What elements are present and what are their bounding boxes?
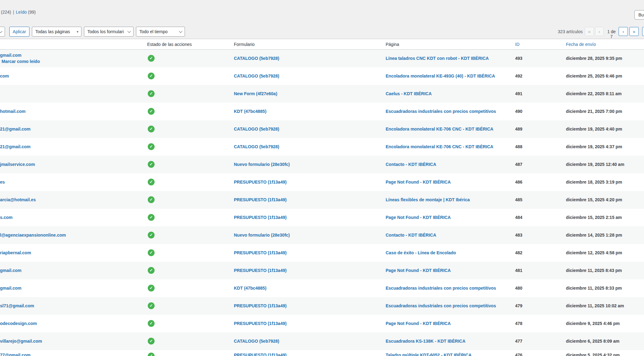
entry-id: 486 bbox=[515, 180, 522, 185]
entry-date: diciembre 28, 2025 9:35 pm bbox=[566, 56, 622, 61]
entry-id: 478 bbox=[515, 321, 522, 326]
entry-form-link[interactable]: Nuevo formulario (28e30fc) bbox=[234, 233, 290, 238]
all-count: (224) bbox=[1, 10, 11, 15]
form-filter-select[interactable]: Todos los formulari bbox=[84, 27, 134, 37]
last-page-button[interactable]: » bbox=[629, 27, 639, 36]
entry-email-link[interactable]: arcia@hotmail.es bbox=[0, 197, 36, 202]
entry-form-link[interactable]: PRESUPUESTO (1f13a49) bbox=[234, 268, 287, 273]
entry-email-link[interactable]: gmail.com bbox=[0, 286, 21, 291]
items-total: 323 artículos bbox=[558, 29, 583, 34]
entry-id: 483 bbox=[515, 233, 522, 238]
entry-email-link[interactable]: es bbox=[0, 180, 5, 185]
entry-email-link[interactable]: odecodesign.com bbox=[0, 321, 37, 326]
entry-email-link[interactable]: jmailservice.com bbox=[0, 162, 35, 167]
entry-form-link[interactable]: KDT (47bc4885) bbox=[234, 109, 266, 114]
page-filter-value: Todas las páginas bbox=[35, 29, 70, 34]
entry-form-link[interactable]: PRESUPUESTO (1f13a49) bbox=[234, 197, 287, 202]
entry-date: diciembre 14, 2025 1:28 pm bbox=[566, 233, 622, 238]
entry-page-link[interactable]: Escuadradoras industriales con precios c… bbox=[386, 286, 496, 291]
entry-email-link[interactable]: com bbox=[0, 73, 9, 78]
entry-email-link[interactable]: gmail.com bbox=[0, 268, 21, 273]
table-row: jmailservice.com✓Nuevo formulario (28e30… bbox=[0, 156, 644, 173]
column-header-status: Estado de las acciones bbox=[147, 39, 234, 50]
entry-page-link[interactable]: Escuadradoras industriales con precios c… bbox=[386, 303, 496, 308]
apply-button[interactable]: Aplicar bbox=[9, 27, 29, 37]
entry-form-link[interactable]: PRESUPUESTO (1f13a49) bbox=[234, 250, 287, 255]
entry-form-link[interactable]: PRESUPUESTO (1f13a49) bbox=[234, 321, 287, 326]
page-filter-select[interactable]: Todas las páginas ▾ bbox=[32, 27, 81, 37]
entry-page-link[interactable]: Page Not Found - KDT IBÉRICA bbox=[386, 321, 451, 326]
entry-form-link[interactable]: CATALOGO (5eb7928) bbox=[234, 339, 279, 344]
entry-page-link[interactable]: Page Not Found - KDT IBÉRICA bbox=[386, 180, 451, 185]
pagination-partial-button[interactable] bbox=[642, 27, 644, 36]
entry-email-link[interactable]: 77@gmail.com bbox=[0, 353, 30, 356]
bulk-actions-select[interactable] bbox=[0, 27, 5, 37]
entry-form-link[interactable]: CATALOGO (5eb7928) bbox=[234, 56, 279, 61]
date-filter-select[interactable]: Todo el tiempo bbox=[136, 27, 185, 37]
column-header-email bbox=[0, 39, 147, 50]
entry-id: 476 bbox=[515, 353, 522, 356]
entry-form-link[interactable]: PRESUPUESTO (1f13a49) bbox=[234, 215, 287, 220]
entry-page-link[interactable]: Encoladora monolateral KE-706 CNC - KDT … bbox=[386, 144, 493, 149]
action-complete-check-icon: ✓ bbox=[148, 143, 155, 150]
mark-as-read-link[interactable]: Marcar como leído bbox=[2, 59, 40, 64]
entry-page-link[interactable]: Línea taladros CNC KDT con robot - KDT I… bbox=[386, 56, 489, 61]
chevron-down-icon bbox=[127, 29, 131, 33]
read-filter-link[interactable]: Leído bbox=[16, 10, 27, 15]
entry-id: 490 bbox=[515, 109, 522, 114]
entry-date: diciembre 11, 2025 8:33 pm bbox=[566, 286, 622, 291]
entry-page-link[interactable]: Escuadradoras industriales con precios c… bbox=[386, 109, 496, 114]
entry-email-link[interactable]: villarejo@gmail.com bbox=[0, 339, 42, 344]
entry-page-link[interactable]: Líneas flexibles de montaje | KDT Ibéric… bbox=[386, 197, 470, 202]
entry-email-link[interactable]: l@agenciaexpansiononline.com bbox=[0, 233, 66, 238]
entry-id: 481 bbox=[515, 268, 522, 273]
entry-email-link[interactable]: sl71@gmail.com bbox=[0, 303, 34, 308]
entry-form-link[interactable]: PRESUPUESTO (1f13a49) bbox=[234, 353, 287, 356]
table-header-row: Estado de las acciones Formulario Página… bbox=[0, 39, 644, 50]
action-complete-check-icon: ✓ bbox=[148, 232, 155, 238]
entry-page-link[interactable]: Page Not Found - KDT IBÉRICA bbox=[386, 268, 451, 273]
previous-page-button: ‹ bbox=[595, 27, 604, 36]
action-complete-check-icon: ✓ bbox=[148, 108, 155, 115]
entry-form-link[interactable]: PRESUPUESTO (1f13a49) bbox=[234, 303, 287, 308]
action-complete-check-icon: ✓ bbox=[148, 73, 155, 79]
entry-form-link[interactable]: PRESUPUESTO (1f13a49) bbox=[234, 180, 287, 185]
entry-id: 493 bbox=[515, 56, 522, 61]
entry-form-link[interactable]: CATALOGO (5eb7928) bbox=[234, 144, 279, 149]
entry-email-link[interactable]: 21@gmail.com bbox=[0, 127, 30, 131]
table-row: ✓New Form (4f27e60a)Caelus - KDT IBÉRICA… bbox=[0, 85, 644, 103]
table-row: 21@gmail.com✓CATALOGO (5eb7928)Encolador… bbox=[0, 138, 644, 156]
entry-id: 482 bbox=[515, 250, 522, 255]
entry-email-link[interactable]: hotmail.com bbox=[0, 109, 25, 114]
entry-form-link[interactable]: Nuevo formulario (28e30fc) bbox=[234, 162, 290, 167]
entry-date: diciembre 21, 2025 7:00 pm bbox=[566, 109, 622, 114]
next-page-button[interactable]: › bbox=[619, 27, 628, 36]
entry-page-link[interactable]: Contacto - KDT IBÉRICA bbox=[386, 162, 436, 167]
entry-form-link[interactable]: CATALOGO (5eb7928) bbox=[234, 73, 279, 78]
entry-form-link[interactable]: CATALOGO (5eb7928) bbox=[234, 127, 279, 131]
entry-page-link[interactable]: Taladro múltiple KDT-6052 - KDT IBÉRICA bbox=[386, 353, 471, 356]
entry-page-link[interactable]: Page Not Found - KDT IBÉRICA bbox=[386, 215, 451, 220]
entry-page-link[interactable]: Caso de éxito - Línea de Encolado bbox=[386, 250, 456, 255]
action-complete-check-icon: ✓ bbox=[148, 353, 155, 356]
entry-email-link[interactable]: gmail.com bbox=[0, 53, 21, 58]
column-header-date[interactable]: Fecha de envío bbox=[566, 39, 644, 50]
entry-email-link[interactable]: riapbernal.com bbox=[0, 250, 31, 255]
entry-email-link[interactable]: s.com bbox=[0, 215, 12, 220]
action-complete-check-icon: ✓ bbox=[148, 338, 155, 345]
table-row: 21@gmail.com✓CATALOGO (5eb7928)Encolador… bbox=[0, 120, 644, 138]
search-button[interactable]: Bus bbox=[634, 10, 644, 20]
entry-form-link[interactable]: New Form (4f27e60a) bbox=[234, 91, 277, 96]
entry-page-link[interactable]: Escuadradora KS-138K - KDT IBÉRICA bbox=[386, 339, 466, 344]
date-filter-value: Todo el tiempo bbox=[139, 29, 168, 34]
entry-page-link[interactable]: Caelus - KDT IBÉRICA bbox=[386, 91, 432, 96]
entry-page-link[interactable]: Contacto - KDT IBÉRICA bbox=[386, 233, 436, 238]
entry-date: diciembre 11, 2025 10:02 am bbox=[566, 303, 624, 308]
entry-page-link[interactable]: Encoladora monolateral KE-706 CNC - KDT … bbox=[386, 127, 493, 131]
table-row: l@agenciaexpansiononline.com✓Nuevo formu… bbox=[0, 226, 644, 244]
entry-email-link[interactable]: 21@gmail.com bbox=[0, 144, 30, 149]
column-header-id[interactable]: ID bbox=[515, 39, 566, 50]
entry-form-link[interactable]: KDT (47bc4885) bbox=[234, 286, 266, 291]
table-row: 77@gmail.com✓PRESUPUESTO (1f13a49)Taladr… bbox=[0, 350, 644, 356]
entry-page-link[interactable]: Encoladora monolateral KE-493G (40) - KD… bbox=[386, 73, 495, 78]
